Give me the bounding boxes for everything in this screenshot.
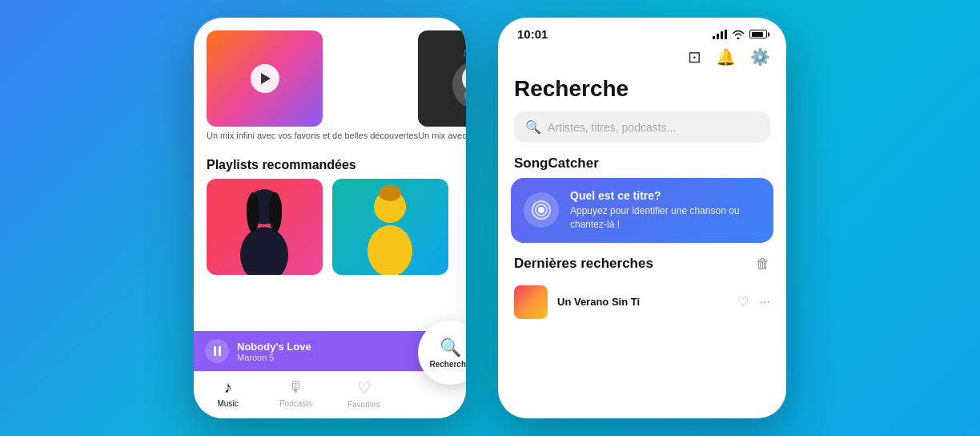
song-title: Nobody's Love <box>237 341 410 353</box>
svg-point-3 <box>240 227 288 275</box>
play-icon-1 <box>261 73 271 84</box>
left-phone-content: Un mix infini avec vos favoris et de bel… <box>194 18 466 331</box>
signal-icon <box>713 30 727 39</box>
top-action-icons: ⊡ 🔔 ⚙️ <box>498 44 786 73</box>
songcatcher-tooltip[interactable]: Quel est ce titre? Appuyez pour identifi… <box>511 178 773 243</box>
music-icon: ♪ <box>224 378 232 397</box>
cast-icon[interactable]: ⊡ <box>688 47 701 67</box>
nav-favorites[interactable]: ♡ Favorites <box>330 378 398 409</box>
recent-item-title: Un Verano Sin Ti <box>557 296 728 308</box>
left-phone: Un mix infini avec vos favoris et de bel… <box>194 18 466 418</box>
songcatcher-text: Quel est ce titre? Appuyez pour identifi… <box>570 189 761 232</box>
daily-label: 🎵 daily <box>462 49 466 58</box>
bell-icon[interactable]: 🔔 <box>716 47 736 67</box>
favorites-icon: ♡ <box>357 378 372 398</box>
pause-icon <box>214 346 221 356</box>
songcatcher-rings <box>531 200 552 220</box>
play-button-1[interactable] <box>251 64 279 93</box>
bottom-navigation: ♪ Music 🎙 Podcasts ♡ Favorites 🔍 Recherc… <box>194 371 466 418</box>
card-description-2: Un mix avec Hamza, Gambi, Ninho, Maes... <box>418 127 466 142</box>
recent-searches-title: Dernières recherches <box>514 256 653 272</box>
wifi-icon <box>732 30 745 39</box>
svg-point-7 <box>368 225 412 275</box>
nav-music-label: Music <box>217 399 238 408</box>
album-card-1[interactable] <box>207 30 323 127</box>
svg-point-9 <box>384 185 396 196</box>
search-bar[interactable]: 🔍 Artistes, titres, podcasts... <box>514 111 770 143</box>
svg-point-4 <box>247 192 259 232</box>
search-circle-label: Recherche <box>429 360 466 369</box>
search-input-placeholder: Artistes, titres, podcasts... <box>548 121 676 134</box>
svg-point-5 <box>269 192 282 232</box>
song-artist: Maroon 5 <box>237 353 410 362</box>
right-phone: 10:01 ⊡ 🔔 ⚙️ <box>498 18 786 418</box>
recent-item-info: Un Verano Sin Ti <box>557 296 728 308</box>
podcast-icon: 🎙 <box>288 378 304 397</box>
recent-search-item[interactable]: Un Verano Sin Ti ♡ ··· <box>498 281 786 324</box>
page-title: Recherche <box>498 73 786 111</box>
album-cards-row: Un mix infini avec vos favoris et de bel… <box>194 18 466 148</box>
songcatcher-desc: Appuyez pour identifier une chanson ou c… <box>570 204 761 232</box>
playlist-cards-row <box>194 179 466 275</box>
search-input-icon: 🔍 <box>525 119 541 135</box>
recent-thumb-image <box>514 285 548 319</box>
songcatcher-icon <box>524 192 559 228</box>
search-circle-icon: 🔍 <box>440 337 461 358</box>
recent-heart-icon[interactable]: ♡ <box>737 294 749 309</box>
card-description-1: Un mix infini avec vos favoris et de bel… <box>207 127 418 142</box>
nav-music[interactable]: ♪ Music <box>194 378 262 409</box>
playlist-card-1[interactable] <box>207 179 323 275</box>
recent-item-actions: ♡ ··· <box>737 294 770 309</box>
song-info: Nobody's Love Maroon 5 <box>237 341 410 362</box>
songcatcher-title: Quel est ce titre? <box>570 189 761 202</box>
nav-podcasts-label: Podcasts <box>279 399 312 408</box>
status-time: 10:01 <box>517 27 548 41</box>
nav-favorites-label: Favorites <box>347 400 380 409</box>
pause-button[interactable] <box>205 339 229 363</box>
recent-searches-header: Dernières recherches 🗑 <box>498 252 786 281</box>
status-bar: 10:01 <box>498 18 786 44</box>
album-card-2[interactable]: 🎵 daily <box>418 30 466 127</box>
clear-recent-button[interactable]: 🗑 <box>756 256 770 272</box>
playlist-card-2[interactable] <box>332 179 448 275</box>
status-icons <box>713 30 767 39</box>
recent-more-icon[interactable]: ··· <box>760 295 770 309</box>
playlists-section-title: Playlists recommandées <box>194 148 466 179</box>
songcatcher-section-title: SongCatcher <box>498 155 786 178</box>
battery-icon <box>749 30 767 38</box>
settings-icon[interactable]: ⚙️ <box>750 47 770 67</box>
recent-thumb <box>514 285 548 319</box>
nav-podcasts[interactable]: 🎙 Podcasts <box>262 378 330 409</box>
